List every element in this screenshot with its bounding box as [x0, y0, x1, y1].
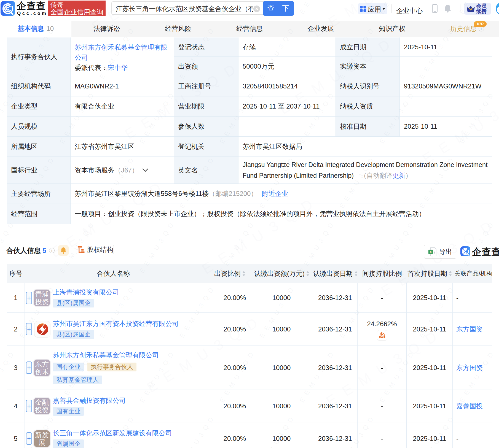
svg-text:X: X: [430, 250, 432, 254]
